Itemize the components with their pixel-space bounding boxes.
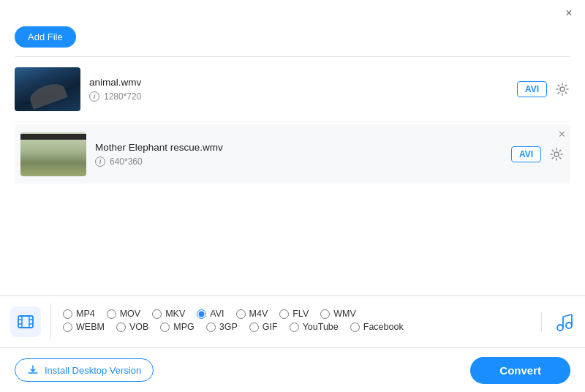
format-label-3gp: 3GP bbox=[219, 322, 238, 332]
file-item-2: Mother Elephant rescue.wmv i 640*360 AVI… bbox=[15, 125, 570, 184]
audio-icon-area[interactable] bbox=[541, 312, 585, 332]
format-option-mpg[interactable]: MPG bbox=[160, 322, 194, 332]
format-option-webm[interactable]: WEBM bbox=[63, 322, 105, 332]
format-label-webm: WEBM bbox=[76, 322, 105, 332]
svg-point-9 bbox=[557, 325, 563, 331]
format-radio-wmv[interactable] bbox=[320, 309, 330, 319]
format-option-facebook[interactable]: Facebook bbox=[350, 322, 404, 332]
format-label-wmv: WMV bbox=[333, 309, 356, 319]
format-label-avi: AVI bbox=[210, 309, 224, 319]
format-option-avi[interactable]: AVI bbox=[197, 309, 224, 319]
format-radio-webm[interactable] bbox=[63, 323, 72, 332]
format-option-mov[interactable]: MOV bbox=[107, 309, 140, 319]
format-label-youtube: YouTube bbox=[303, 322, 339, 332]
format-radio-mpg[interactable] bbox=[160, 323, 170, 332]
format-label-vob: VOB bbox=[129, 322, 148, 332]
format-label-mpg: MPG bbox=[173, 322, 194, 332]
video-format-icon-area[interactable] bbox=[0, 304, 51, 340]
gear-icon-1[interactable] bbox=[554, 81, 570, 97]
file-meta-1: i 1280*720 bbox=[89, 91, 508, 102]
format-option-flv[interactable]: FLV bbox=[279, 309, 309, 319]
file-actions-2: AVI bbox=[511, 146, 565, 162]
format-option-gif[interactable]: GIF bbox=[249, 322, 278, 332]
svg-rect-2 bbox=[18, 316, 33, 328]
file-meta-2: i 640*360 bbox=[95, 157, 502, 167]
format-radio-facebook[interactable] bbox=[350, 323, 360, 332]
install-button[interactable]: Install Desktop Version bbox=[15, 358, 154, 382]
format-badge-2[interactable]: AVI bbox=[511, 146, 541, 162]
svg-point-0 bbox=[560, 87, 565, 91]
file-info-1: animal.wmv i 1280*720 bbox=[80, 77, 517, 102]
format-options: MP4MOVMKVAVIM4VFLVWMVWEBMVOBMPG3GPGIFYou… bbox=[51, 309, 541, 335]
file-thumbnail-1 bbox=[15, 67, 80, 111]
format-option-vob[interactable]: VOB bbox=[116, 322, 148, 332]
format-label-m4v: M4V bbox=[249, 309, 268, 319]
toolbar: Add File bbox=[0, 23, 585, 56]
format-label-gif: GIF bbox=[263, 322, 278, 332]
svg-line-13 bbox=[563, 314, 572, 317]
film-icon bbox=[17, 313, 34, 331]
format-radio-vob[interactable] bbox=[116, 323, 126, 332]
info-icon-1[interactable]: i bbox=[89, 91, 99, 102]
format-radio-avi[interactable] bbox=[197, 309, 206, 319]
file-resolution-1: 1280*720 bbox=[104, 91, 141, 102]
format-radio-youtube[interactable] bbox=[290, 323, 299, 332]
format-label-facebook: Facebook bbox=[363, 322, 404, 332]
format-label-mkv: MKV bbox=[165, 309, 185, 319]
music-icon bbox=[554, 312, 574, 332]
file-resolution-2: 640*360 bbox=[110, 157, 143, 167]
item-close-2[interactable]: ✕ bbox=[558, 129, 566, 139]
title-bar: × bbox=[0, 0, 585, 23]
footer: Install Desktop Version Convert bbox=[0, 348, 585, 392]
format-radio-3gp[interactable] bbox=[206, 323, 216, 332]
download-icon bbox=[27, 364, 39, 376]
format-label-flv: FLV bbox=[292, 309, 309, 319]
format-option-youtube[interactable]: YouTube bbox=[290, 322, 339, 332]
gear-icon-2[interactable] bbox=[548, 146, 565, 162]
format-radio-mov[interactable] bbox=[107, 309, 116, 319]
svg-point-10 bbox=[566, 323, 572, 328]
video-icon-box bbox=[10, 306, 41, 337]
format-option-3gp[interactable]: 3GP bbox=[206, 322, 238, 332]
file-info-2: Mother Elephant rescue.wmv i 640*360 bbox=[86, 142, 511, 167]
file-name-2: Mother Elephant rescue.wmv bbox=[95, 142, 502, 153]
format-option-mkv[interactable]: MKV bbox=[152, 309, 185, 319]
format-radio-mkv[interactable] bbox=[152, 309, 162, 319]
format-badge-1[interactable]: AVI bbox=[517, 81, 547, 97]
format-radio-gif[interactable] bbox=[249, 323, 259, 332]
add-file-button[interactable]: Add File bbox=[15, 26, 76, 48]
format-option-wmv[interactable]: WMV bbox=[320, 309, 356, 319]
format-radio-mp4[interactable] bbox=[63, 309, 72, 319]
format-radio-m4v[interactable] bbox=[236, 309, 246, 319]
format-row-2: WEBMVOBMPG3GPGIFYouTubeFacebook bbox=[63, 322, 529, 332]
info-icon-2[interactable]: i bbox=[95, 157, 105, 167]
file-list: animal.wmv i 1280*720 AVI Mother Elephan… bbox=[0, 57, 585, 184]
format-label-mov: MOV bbox=[120, 309, 140, 319]
file-item-1: animal.wmv i 1280*720 AVI bbox=[15, 57, 570, 122]
format-label-mp4: MP4 bbox=[76, 309, 95, 319]
convert-button[interactable]: Convert bbox=[470, 357, 570, 384]
format-option-mp4[interactable]: MP4 bbox=[63, 309, 95, 319]
format-selector-panel: MP4MOVMKVAVIM4VFLVWMVWEBMVOBMPG3GPGIFYou… bbox=[0, 295, 585, 348]
format-radio-flv[interactable] bbox=[279, 309, 289, 319]
format-row-1: MP4MOVMKVAVIM4VFLVWMV bbox=[63, 309, 529, 319]
format-option-m4v[interactable]: M4V bbox=[236, 309, 268, 319]
install-label: Install Desktop Version bbox=[45, 365, 141, 376]
file-name-1: animal.wmv bbox=[89, 77, 508, 88]
svg-point-1 bbox=[554, 152, 559, 157]
close-button[interactable]: × bbox=[562, 6, 576, 20]
file-thumbnail-2 bbox=[20, 132, 86, 176]
file-actions-1: AVI bbox=[517, 81, 570, 97]
